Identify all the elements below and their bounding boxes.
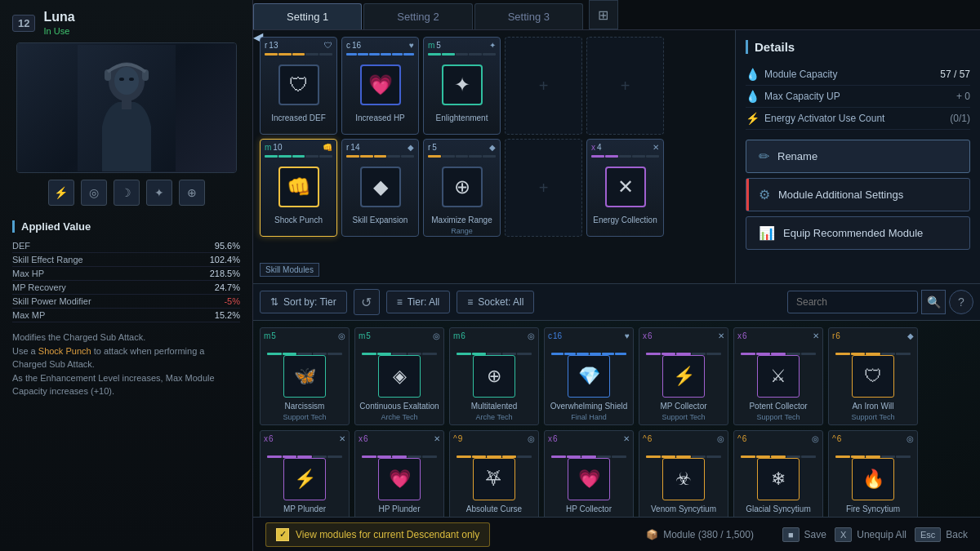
- save-key: ■: [782, 527, 800, 542]
- tab-setting3[interactable]: Setting 3: [474, 3, 583, 29]
- list-item[interactable]: c16 ♥ 💎 Overwhelming Shield Final Hand: [544, 327, 634, 425]
- lmc-name: Venom Syncytium: [651, 504, 716, 514]
- lmc-socket: ◎: [338, 331, 345, 340]
- equipped-shock-punch[interactable]: m10 👊 👊: [260, 139, 337, 237]
- back-footer-btn[interactable]: Esc Back: [915, 527, 968, 542]
- lmc-socket: ✕: [813, 331, 819, 340]
- skill-icon-4[interactable]: ✦: [146, 180, 172, 206]
- lmc-socket: ◎: [906, 434, 914, 443]
- equipped-row2: m10 👊 👊: [260, 139, 728, 237]
- descendant-filter-label[interactable]: ✓ View modules for current Descendant on…: [265, 522, 490, 547]
- stat-name: DEF: [12, 241, 30, 251]
- lmc-name: Potent Collector: [749, 401, 807, 411]
- lmc-icon: 💎: [568, 355, 610, 398]
- character-portrait: [16, 42, 237, 173]
- sort-label: Sort by: Tier: [283, 296, 336, 308]
- module-icon-bottom: 📦: [646, 529, 658, 540]
- tab-setting1[interactable]: Setting 1: [253, 3, 362, 29]
- sort-button[interactable]: ⇅ Sort by: Tier: [260, 291, 347, 313]
- checkbox-text: View modules for current Descendant only: [296, 529, 479, 540]
- back-label: Back: [946, 529, 968, 540]
- stat-row: MP Recovery24.7%: [12, 281, 240, 295]
- module-icon: 💗: [360, 64, 401, 105]
- lmc-icon: 🦋: [283, 355, 326, 398]
- equipped-skill-expansion[interactable]: r14 ◆ ◆: [341, 139, 419, 237]
- list-item[interactable]: r6 ◆ 🛡 An Iron Will Support Tech: [828, 327, 918, 425]
- equip-recommended-button[interactable]: 📊 Equip Recommended Module: [746, 216, 970, 250]
- left-panel: 12 Luna In Use: [0, 0, 253, 551]
- lmc-type: Support Tech: [378, 516, 421, 517]
- module-capacity-value: 57 / 57: [940, 69, 970, 80]
- applied-value-title: Applied Value: [12, 220, 240, 233]
- skill-icon-1[interactable]: ⚡: [48, 180, 74, 206]
- skill-icon-3[interactable]: ☽: [114, 180, 140, 206]
- module-additional-settings-button[interactable]: ⚙ Module Additional Settings: [746, 178, 970, 211]
- list-item[interactable]: x6 ✕ ⚡ MP Collector Support Tech: [639, 327, 728, 425]
- equipped-enlightenment[interactable]: m5 ✦ ✦: [423, 37, 501, 135]
- lmc-name: An Iron Will: [852, 401, 893, 411]
- search-button[interactable]: 🔍: [921, 290, 946, 314]
- tier-label: Tier: All: [408, 296, 440, 308]
- list-item[interactable]: ^9 ◎ ⛧ Absolute Curse Support Tech: [449, 430, 539, 517]
- tier-badge: x4: [591, 143, 602, 152]
- lmc-icon: ☣: [662, 458, 705, 500]
- lmc-type: Fortitude: [764, 516, 793, 517]
- socket-icon: ◆: [408, 143, 414, 152]
- save-footer-btn[interactable]: ■ Save: [782, 527, 826, 542]
- equip-icon: 📊: [759, 225, 775, 241]
- socket-icon: ≡: [467, 296, 473, 308]
- list-item[interactable]: m5 ◎ 🦋 Narcissism Support Tech: [260, 327, 350, 425]
- lmc-name: Overwhelming Shield: [550, 401, 628, 411]
- stat-row: Skill Effect Range102.4%: [12, 253, 240, 267]
- tab-setting2[interactable]: Setting 2: [363, 3, 472, 29]
- help-button[interactable]: ?: [949, 290, 973, 314]
- skill-modules-label: Skill Modules: [260, 263, 319, 277]
- refresh-button[interactable]: ↺: [354, 289, 380, 315]
- list-item[interactable]: m5 ◎ ◈ Continuous Exaltation Arche Tech: [354, 327, 444, 425]
- tab-grid-button[interactable]: ⊞: [589, 0, 618, 29]
- rename-button[interactable]: ✏ Rename: [746, 140, 970, 173]
- list-item[interactable]: x6 ✕ 💗 HP Collector Fortitude: [544, 430, 634, 517]
- equipped-maximize-range[interactable]: r5 ◆ ⊕: [423, 139, 501, 237]
- module-type-range: Range: [451, 227, 473, 235]
- list-item[interactable]: ^6 ◎ ☣ Venom Syncytium Fortitude: [639, 430, 728, 517]
- list-item[interactable]: ^6 ◎ ❄ Glacial Syncytium Fortitude: [733, 430, 823, 517]
- lmc-type: Support Tech: [283, 516, 327, 517]
- empty-slot-2[interactable]: +: [586, 37, 664, 135]
- lmc-name: MP Plunder: [283, 504, 326, 514]
- module-name: Enlightenment: [433, 113, 492, 123]
- lmc-name: Multitalented: [471, 401, 518, 411]
- rename-label: Rename: [777, 150, 817, 162]
- stat-name: Max MP: [12, 310, 45, 320]
- equipped-increased-hp[interactable]: c16 ♥ 💗: [341, 37, 419, 135]
- max-capacity-value: + 0: [956, 91, 970, 102]
- equipped-increased-def[interactable]: r13 🛡 🛡: [260, 37, 337, 135]
- lmc-icon: ⊕: [473, 355, 515, 398]
- unequip-footer-btn[interactable]: X Unequip All: [835, 527, 906, 542]
- socket-label: Socket: All: [478, 296, 523, 308]
- svg-rect-4: [122, 100, 131, 109]
- socket-filter[interactable]: ≡ Socket: All: [457, 291, 534, 313]
- tier-filter[interactable]: ≡ Tier: All: [386, 291, 451, 313]
- empty-slot-3[interactable]: +: [505, 139, 582, 237]
- list-item[interactable]: x6 ✕ ⚔ Potent Collector Support Tech: [733, 327, 823, 425]
- empty-slot-1[interactable]: +: [505, 37, 582, 135]
- list-item[interactable]: x6 ✕ 💗 HP Plunder Support Tech: [354, 430, 444, 517]
- list-item[interactable]: ^6 ◎ 🔥 Fire Syncytium Fortitude: [828, 430, 918, 517]
- lmc-socket: ◆: [907, 331, 914, 340]
- socket-icon: ✦: [489, 41, 496, 50]
- lmc-name: MP Collector: [660, 401, 706, 411]
- module-icon: ◆: [360, 167, 401, 207]
- stat-row: Max HP218.5%: [12, 267, 240, 281]
- equipped-energy-collection[interactable]: x4 ✕ ✕: [586, 139, 664, 237]
- middle-section: ◀ r13 🛡: [253, 30, 980, 283]
- skill-icon-5[interactable]: ⊕: [179, 180, 205, 206]
- search-input[interactable]: [787, 291, 918, 313]
- descendant-checkbox[interactable]: ✓: [276, 528, 289, 541]
- list-item[interactable]: m6 ◎ ⊕ Multitalented Arche Tech: [449, 327, 539, 425]
- list-item[interactable]: x6 ✕ ⚡ MP Plunder Support Tech: [260, 430, 350, 517]
- lmc-type: Arche Tech: [476, 413, 513, 421]
- lmc-icon: ❄: [757, 458, 800, 500]
- skill-icon-2[interactable]: ◎: [81, 180, 107, 206]
- energy-row: ⚡ Energy Activator Use Count (0/1): [746, 108, 970, 130]
